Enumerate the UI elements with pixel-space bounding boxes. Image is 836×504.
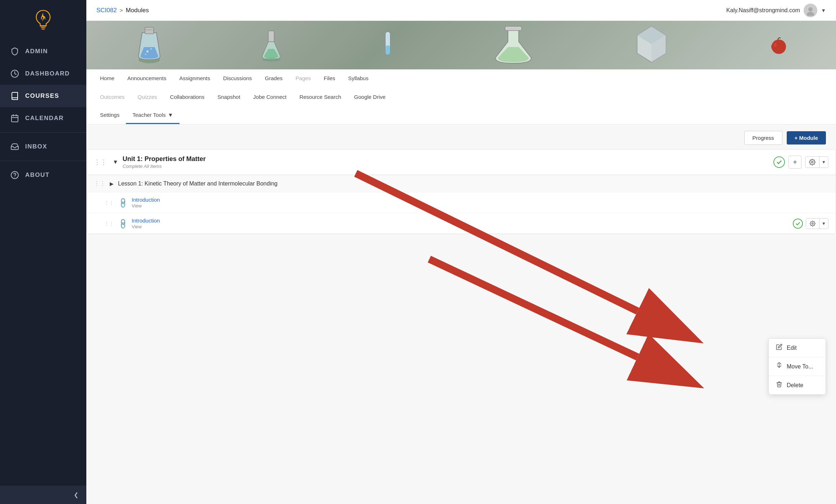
sidebar-item-label-inbox: INBOX xyxy=(25,143,47,150)
sidebar: ADMIN DASHBOARD COURSES xyxy=(0,0,86,504)
progress-button[interactable]: Progress xyxy=(744,131,782,145)
tab-collaborations[interactable]: Collaborations xyxy=(164,88,211,107)
item-link-2[interactable]: Introduction xyxy=(132,217,160,224)
breadcrumb-course-link[interactable]: SCI082 xyxy=(96,7,117,14)
dropdown-edit-label: Edit xyxy=(787,345,797,351)
tab-home[interactable]: Home xyxy=(94,69,121,88)
tab-announcements[interactable]: Announcements xyxy=(121,69,173,88)
module-toolbar: Progress + Module xyxy=(86,124,836,149)
tab-assignments[interactable]: Assignments xyxy=(173,69,217,88)
module-drag-handle[interactable]: ⋮⋮ xyxy=(94,158,107,166)
item-drag-handle-1[interactable]: ⋮⋮ xyxy=(104,200,114,206)
dropdown-move-label: Move To... xyxy=(787,363,813,370)
tab-discussions[interactable]: Discussions xyxy=(217,69,258,88)
banner-apple xyxy=(770,35,788,55)
item-complete-icon[interactable] xyxy=(793,219,803,229)
sidebar-item-label-admin: ADMIN xyxy=(25,48,48,55)
lesson-drag-handle[interactable]: ⋮⋮ xyxy=(94,180,105,187)
svg-point-12 xyxy=(807,12,814,16)
course-nav-row-3: Settings Teacher Tools ▼ xyxy=(86,107,836,124)
module-item-row-2: ⋮⋮ 🔗 Introduction View xyxy=(87,213,836,234)
svg-rect-19 xyxy=(268,31,274,42)
banner-beaker-1 xyxy=(135,26,164,65)
module-settings-dropdown-button[interactable]: ▼ xyxy=(819,157,828,168)
module-subtitle: Complete All Items xyxy=(123,164,769,169)
collapse-icon: ❮ xyxy=(74,491,78,498)
lesson-expand-chevron[interactable]: ▶ xyxy=(110,181,114,187)
sidebar-collapse-button[interactable]: ❮ xyxy=(0,486,86,504)
lesson-title: Lesson 1: Kinetic Theory of Matter and I… xyxy=(118,180,278,187)
tab-syllabus[interactable]: Syllabus xyxy=(342,69,375,88)
course-nav: Home Announcements Assignments Discussio… xyxy=(86,69,836,124)
svg-line-38 xyxy=(429,259,637,357)
module-complete-icon[interactable] xyxy=(773,156,785,168)
tab-jobe-connect[interactable]: Jobe Connect xyxy=(247,88,293,107)
tab-pages[interactable]: Pages xyxy=(289,69,318,88)
tab-files[interactable]: Files xyxy=(317,69,342,88)
module-card-1: ⋮⋮ ▼ Unit 1: Properties of Matter Comple… xyxy=(86,149,836,234)
item-link-1[interactable]: Introduction xyxy=(132,197,160,203)
tab-outcomes[interactable]: Outcomes xyxy=(94,88,131,107)
sidebar-item-about[interactable]: ABOUT xyxy=(0,164,86,186)
logo-container xyxy=(0,0,86,37)
module-add-button[interactable]: + xyxy=(789,156,801,169)
svg-rect-14 xyxy=(145,27,154,34)
link-icon-1: 🔗 xyxy=(117,196,129,209)
book-icon xyxy=(10,91,19,101)
teacher-tools-label: Teacher Tools xyxy=(132,112,165,118)
banner-erlenmeyer xyxy=(494,26,533,65)
item-view-2: View xyxy=(132,224,160,229)
edit-icon xyxy=(776,344,782,352)
svg-point-11 xyxy=(808,7,813,12)
module-collapse-chevron[interactable]: ▼ xyxy=(113,159,118,165)
calendar-icon xyxy=(10,114,19,123)
svg-point-31 xyxy=(774,43,777,47)
sidebar-item-label-about: ABOUT xyxy=(25,171,50,179)
tab-snapshot[interactable]: Snapshot xyxy=(211,88,246,107)
sidebar-item-label-calendar: CALENDAR xyxy=(25,115,64,122)
module-title-group: Unit 1: Properties of Matter Complete Al… xyxy=(123,155,769,169)
tab-google-drive[interactable]: Google Drive xyxy=(347,88,392,107)
item-content-1: Introduction View xyxy=(132,197,160,209)
svg-point-32 xyxy=(812,161,813,163)
banner-tube xyxy=(379,31,397,60)
chevron-down-icon-teacher: ▼ xyxy=(168,112,173,118)
inbox-icon xyxy=(10,142,19,151)
sidebar-item-dashboard[interactable]: DASHBOARD xyxy=(0,63,86,85)
tab-resource-search[interactable]: Resource Search xyxy=(293,88,347,107)
logo-icon xyxy=(32,8,54,30)
sidebar-item-label-courses: COURSES xyxy=(25,92,59,100)
sidebar-item-label-dashboard: DASHBOARD xyxy=(25,70,70,77)
module-item-row-1: ⋮⋮ 🔗 Introduction View xyxy=(87,192,836,213)
banner-crystal xyxy=(630,24,673,66)
dropdown-edit[interactable]: Edit xyxy=(769,339,826,357)
dropdown-move-to[interactable]: Move To... xyxy=(769,357,826,376)
module-title: Unit 1: Properties of Matter xyxy=(123,155,769,163)
sidebar-item-admin[interactable]: ADMIN xyxy=(0,40,86,63)
help-icon xyxy=(10,170,19,180)
tab-grades[interactable]: Grades xyxy=(258,69,289,88)
item-drag-handle-2[interactable]: ⋮⋮ xyxy=(104,221,114,226)
dropdown-delete[interactable]: Delete xyxy=(769,376,826,394)
sidebar-item-courses[interactable]: COURSES xyxy=(0,85,86,107)
item-settings-dropdown-button[interactable]: ▼ xyxy=(819,219,828,229)
sidebar-item-calendar[interactable]: CALENDAR xyxy=(0,107,86,129)
svg-point-17 xyxy=(150,48,152,50)
tab-quizzes[interactable]: Quizzes xyxy=(131,88,163,107)
breadcrumb-separator: > xyxy=(120,7,123,13)
add-module-button[interactable]: + Module xyxy=(787,131,826,145)
module-settings-button[interactable] xyxy=(805,157,819,168)
module-dropdown-menu: Edit Move To... xyxy=(768,338,826,395)
course-nav-row-2: Outcomes Quizzes Collaborations Snapshot… xyxy=(86,88,836,107)
tab-settings[interactable]: Settings xyxy=(94,107,126,124)
course-banner xyxy=(86,21,836,69)
svg-point-16 xyxy=(146,50,149,52)
lesson-row-1: ⋮⋮ ▶ Lesson 1: Kinetic Theory of Matter … xyxy=(87,175,836,192)
user-menu[interactable]: Kaly.Nasiff@strongmind.com ▼ xyxy=(726,4,826,17)
item-settings-button[interactable] xyxy=(806,219,819,229)
svg-rect-5 xyxy=(12,115,18,122)
shield-icon xyxy=(10,47,19,56)
tab-teacher-tools[interactable]: Teacher Tools ▼ xyxy=(126,107,180,124)
sidebar-item-inbox[interactable]: INBOX xyxy=(0,136,86,158)
dashboard-icon xyxy=(10,69,19,78)
